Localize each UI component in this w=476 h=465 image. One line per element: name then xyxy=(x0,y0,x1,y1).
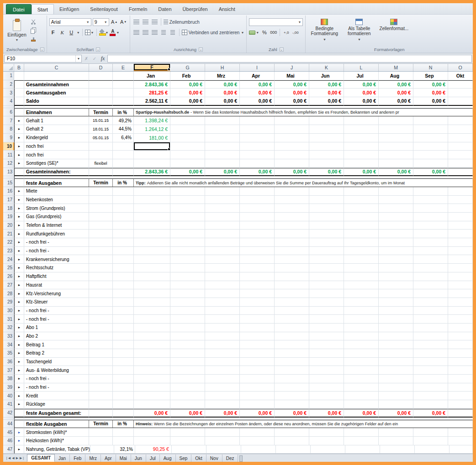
increase-indent-button[interactable] xyxy=(169,29,177,37)
cell-F10[interactable] xyxy=(134,142,170,151)
cell-L41[interactable] xyxy=(344,400,379,409)
cell-L2[interactable]: 0,00 € xyxy=(344,80,379,89)
cell-J12[interactable] xyxy=(275,159,309,168)
cell-O11[interactable] xyxy=(448,151,473,159)
cell-L27[interactable] xyxy=(344,281,379,290)
cell-N39[interactable] xyxy=(413,383,448,392)
cell-H34[interactable] xyxy=(205,340,240,349)
cell-B16[interactable]: ► xyxy=(14,187,24,196)
align-middle-button[interactable] xyxy=(142,18,149,26)
cell-F32[interactable] xyxy=(134,324,170,332)
cell-J26[interactable] xyxy=(275,272,309,281)
enter-button[interactable]: ✓ xyxy=(91,55,98,62)
cell-N4[interactable]: 0,00 € xyxy=(413,97,448,106)
cell-I31[interactable] xyxy=(240,315,275,324)
cell-L31[interactable] xyxy=(344,315,379,324)
cell-L1[interactable]: Jul xyxy=(344,72,379,80)
cell-B15[interactable] xyxy=(14,178,24,187)
cell-J16[interactable] xyxy=(275,187,309,196)
cell-H39[interactable] xyxy=(205,383,240,392)
cell-C27[interactable]: Hausrat xyxy=(24,281,89,290)
cell-C44[interactable]: flexible Ausgaben xyxy=(24,420,89,428)
cell-C2[interactable]: Gesamteinnahmen xyxy=(24,80,89,89)
cell-O29[interactable] xyxy=(448,298,473,307)
cell-H33[interactable] xyxy=(205,332,240,341)
tab-splitter[interactable] xyxy=(239,455,243,462)
cell-F34[interactable] xyxy=(134,340,170,349)
cell-N7[interactable] xyxy=(413,116,448,125)
cell-G42[interactable]: 0,00 € xyxy=(170,409,205,418)
cell-B32[interactable]: ► xyxy=(14,324,24,332)
cell-B13[interactable] xyxy=(14,168,24,177)
cell-L40[interactable] xyxy=(344,392,379,400)
cell-J11[interactable] xyxy=(275,151,309,159)
cell-G23[interactable] xyxy=(170,247,205,256)
cell-O45[interactable] xyxy=(448,428,473,437)
cell-D13[interactable] xyxy=(89,168,113,177)
cell-F33[interactable] xyxy=(134,332,170,341)
cell-D47[interactable] xyxy=(90,445,114,454)
cell-G36[interactable] xyxy=(170,358,205,366)
cell-G30[interactable] xyxy=(170,307,205,315)
cell-L35[interactable] xyxy=(344,349,379,358)
row-header-32[interactable]: 32 xyxy=(3,324,14,332)
cell-H20[interactable] xyxy=(205,221,240,230)
cell-E42[interactable] xyxy=(113,409,134,418)
cell-E17[interactable] xyxy=(113,196,134,204)
cell-I30[interactable] xyxy=(240,307,275,315)
cell-C30[interactable]: - noch frei - xyxy=(24,307,89,315)
cell-M20[interactable] xyxy=(379,221,413,230)
row-header-2[interactable]: 2 xyxy=(3,80,14,89)
cell-M39[interactable] xyxy=(379,383,413,392)
column-header-C[interactable]: C xyxy=(24,64,89,71)
cell-G12[interactable] xyxy=(170,159,205,168)
row-header-29[interactable]: 29 xyxy=(3,298,14,307)
cell-B11[interactable]: ► xyxy=(14,151,24,159)
cell-F27[interactable] xyxy=(134,281,170,290)
cell-G13[interactable]: 0,00 € xyxy=(170,168,205,177)
format-as-table-button[interactable]: Als Tabelle formatieren ▼ xyxy=(343,17,376,42)
cell-O30[interactable] xyxy=(448,307,473,315)
cell-E15[interactable]: in % xyxy=(113,178,134,187)
select-all-corner[interactable] xyxy=(3,64,14,71)
cell-O4[interactable] xyxy=(448,97,473,106)
cell-B24[interactable]: ► xyxy=(14,255,24,264)
cell-I33[interactable] xyxy=(240,332,275,341)
cell-I26[interactable] xyxy=(240,272,275,281)
cell-M26[interactable] xyxy=(379,272,413,281)
cell-note-44[interactable]: Hinweis: Wenn Sie die Bezeichnungen der … xyxy=(134,420,473,428)
cell-D46[interactable] xyxy=(89,437,113,445)
cell-I25[interactable] xyxy=(240,264,275,272)
cell-O40[interactable] xyxy=(448,392,473,400)
cancel-button[interactable]: ✗ xyxy=(83,55,90,62)
cell-E26[interactable] xyxy=(113,272,134,281)
cell-I40[interactable] xyxy=(240,392,275,400)
cell-J10[interactable] xyxy=(275,142,309,151)
row-header-24[interactable]: 24 xyxy=(3,255,14,264)
cell-L39[interactable] xyxy=(344,383,379,392)
cell-F18[interactable] xyxy=(134,204,170,213)
cell-N19[interactable] xyxy=(413,213,448,221)
cell-L11[interactable] xyxy=(344,151,379,159)
cell-H42[interactable]: 0,00 € xyxy=(205,409,240,418)
cell-G25[interactable] xyxy=(170,264,205,272)
row-header-42[interactable]: 42 xyxy=(3,409,14,418)
name-box-dropdown-icon[interactable]: ▼ xyxy=(75,55,81,62)
cell-K46[interactable] xyxy=(309,437,344,445)
cell-N45[interactable] xyxy=(413,428,448,437)
cell-B37[interactable]: ► xyxy=(14,366,24,375)
cell-E40[interactable] xyxy=(113,392,134,400)
cell-J45[interactable] xyxy=(275,428,309,437)
row-header-33[interactable]: 33 xyxy=(3,332,14,341)
cell-G28[interactable] xyxy=(170,289,205,298)
cell-M19[interactable] xyxy=(379,213,413,221)
cell-O37[interactable] xyxy=(448,366,473,375)
cell-J2[interactable]: 0,00 € xyxy=(275,80,309,89)
cell-O24[interactable] xyxy=(448,255,473,264)
cell-K20[interactable] xyxy=(309,221,344,230)
cell-D18[interactable] xyxy=(89,204,113,213)
cell-B34[interactable]: ► xyxy=(14,340,24,349)
sheet-tab-nov[interactable]: Nov xyxy=(206,455,222,462)
cell-G24[interactable] xyxy=(170,255,205,264)
underline-button[interactable]: U xyxy=(68,29,75,37)
